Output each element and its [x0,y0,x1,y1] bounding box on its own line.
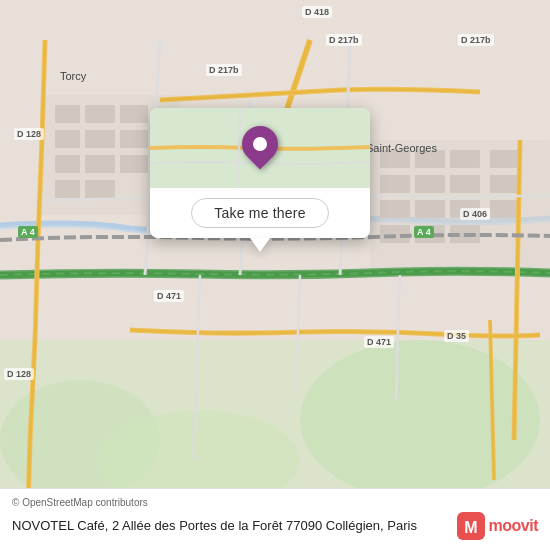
road-label-d128-2: D 128 [4,368,34,380]
svg-rect-5 [55,105,80,123]
road-label-d217b-3: D 217b [206,64,242,76]
svg-rect-9 [85,130,115,148]
road-label-d471-1: D 471 [154,290,184,302]
map-background [0,0,550,550]
popup-map-preview [150,108,370,188]
svg-rect-12 [85,155,115,173]
road-label-d35: D 35 [444,330,469,342]
svg-rect-24 [490,175,520,193]
town-label-saint-georges: Saint-Georges [366,142,437,154]
svg-rect-22 [415,175,445,193]
svg-rect-7 [120,105,148,123]
location-text: NOVOTEL Café, 2 Allée des Portes de la F… [12,518,449,535]
svg-rect-8 [55,130,80,148]
svg-rect-6 [85,105,115,123]
svg-rect-19 [450,150,480,168]
svg-rect-21 [380,175,410,193]
road-label-a4-1: A 4 [18,226,38,238]
road-label-d128-1: D 128 [14,128,44,140]
take-me-there-button[interactable]: Take me there [191,198,328,228]
svg-point-1 [300,340,540,500]
road-label-d418: D 418 [302,6,332,18]
popup-card: Take me there [150,108,370,238]
osm-credit: © OpenStreetMap contributors [12,497,538,508]
svg-text:M: M [464,519,477,536]
moovit-text: moovit [489,517,538,535]
svg-rect-28 [490,200,520,218]
svg-rect-20 [490,150,520,168]
moovit-icon: M [457,512,485,540]
svg-rect-23 [450,175,480,193]
road-label-a4-2: A 4 [414,226,434,238]
svg-rect-11 [55,155,80,173]
road-label-d471-2: D 471 [364,336,394,348]
town-label-torcy: Torcy [60,70,86,82]
svg-rect-15 [85,180,115,198]
map-container: D 418 D 217b D 217b D 217b D 128 D 128 D… [0,0,550,550]
svg-rect-10 [120,130,148,148]
svg-rect-26 [415,200,445,218]
bottom-bar: © OpenStreetMap contributors NOVOTEL Caf… [0,488,550,550]
road-label-d217b-2: D 217b [458,34,494,46]
location-pin [242,126,278,162]
road-label-d406: D 406 [460,208,490,220]
moovit-logo: M moovit [457,512,538,540]
svg-rect-14 [55,180,80,198]
location-row: NOVOTEL Café, 2 Allée des Portes de la F… [12,512,538,540]
svg-rect-25 [380,200,410,218]
road-label-d217b-1: D 217b [326,34,362,46]
svg-rect-13 [120,155,148,173]
